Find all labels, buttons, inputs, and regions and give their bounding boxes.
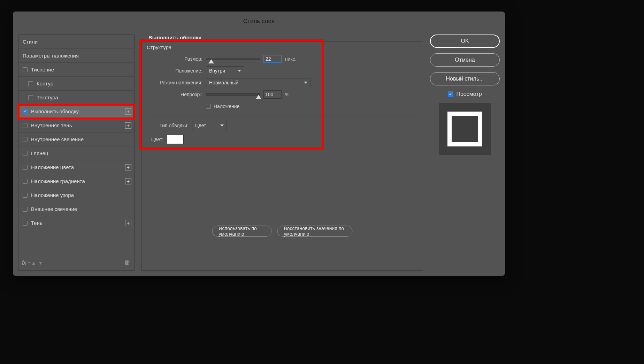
add-effect-icon[interactable]: + bbox=[125, 178, 131, 184]
fill-type-select[interactable]: Цвет bbox=[192, 121, 227, 130]
preview-thumbnail bbox=[439, 103, 491, 155]
sidebar-item-stroke[interactable]: ✓ Выполнить обводку + bbox=[18, 105, 134, 119]
main-column: Выполнить обводку Структура Размер: пикс… bbox=[141, 35, 423, 271]
size-label: Размер: bbox=[147, 56, 202, 62]
reset-default-label: Восстановить значения по умолчанию bbox=[284, 226, 346, 237]
fill-type-row: Тип обводки: Цвет bbox=[147, 120, 418, 131]
structure-fieldset: Структура Размер: пикс. Положение: Внутр… bbox=[142, 41, 423, 150]
checkbox-icon[interactable]: ✓ bbox=[23, 109, 28, 114]
add-effect-icon[interactable]: + bbox=[125, 164, 131, 170]
size-slider[interactable] bbox=[206, 58, 260, 60]
sidebar-item-label: Внутренняя тень bbox=[31, 122, 72, 128]
checkbox-icon[interactable] bbox=[23, 221, 28, 226]
sidebar-item-label: Выполнить обводку bbox=[31, 108, 79, 114]
sidebar-header-blend[interactable]: Параметры наложения bbox=[18, 49, 134, 63]
chevron-down-icon[interactable]: ▾ bbox=[28, 261, 30, 265]
opacity-row: Непрозр.: % bbox=[147, 89, 418, 100]
sidebar-item-texture[interactable]: Текстура bbox=[18, 91, 134, 105]
position-row: Положение: Внутри bbox=[147, 65, 418, 77]
checkbox-icon[interactable] bbox=[28, 95, 33, 100]
checkbox-icon[interactable] bbox=[28, 81, 33, 86]
overprint-checkbox-row[interactable]: Наложение bbox=[206, 104, 239, 109]
sidebar-item-label: Наложение узора bbox=[31, 192, 74, 198]
fx-menu-icon[interactable]: fx bbox=[22, 260, 26, 266]
reset-default-button[interactable]: Восстановить значения по умолчанию bbox=[277, 226, 352, 237]
color-row: Цвет: bbox=[147, 134, 418, 145]
sidebar-item-inner-shadow[interactable]: Внутренняя тень + bbox=[18, 119, 134, 132]
position-select[interactable]: Внутри bbox=[206, 66, 244, 75]
opacity-input[interactable] bbox=[263, 90, 282, 99]
sidebar-item-label: Тиснение bbox=[31, 67, 54, 73]
sidebar-item-label: Наложение градиента bbox=[31, 178, 85, 184]
checkbox-icon[interactable] bbox=[23, 151, 28, 156]
fill-type-label: Тип обводки: bbox=[147, 123, 189, 128]
sidebar-item-contour[interactable]: Контур bbox=[18, 77, 134, 91]
sidebar-item-label: Наложение цвета bbox=[31, 164, 74, 170]
checkbox-icon[interactable] bbox=[23, 123, 28, 128]
preview-label: Просмотр bbox=[456, 91, 482, 97]
preview-checkbox-row[interactable]: ✓ Просмотр bbox=[430, 91, 500, 97]
opacity-slider[interactable] bbox=[206, 93, 260, 96]
checkbox-icon[interactable] bbox=[23, 179, 28, 184]
new-style-label: Новый стиль... bbox=[446, 76, 484, 82]
checkbox-icon[interactable]: ✓ bbox=[448, 91, 453, 97]
structure-legend: Структура bbox=[147, 44, 418, 50]
blend-value: Нормальный bbox=[209, 80, 238, 85]
blend-row: Режим наложения: Нормальный bbox=[147, 77, 418, 89]
fill-type-value: Цвет bbox=[195, 123, 206, 128]
make-default-label: Использовать по умолчанию bbox=[219, 226, 265, 237]
add-effect-icon[interactable]: + bbox=[125, 122, 131, 129]
opacity-label: Непрозр.: bbox=[147, 92, 202, 97]
color-label: Цвет: bbox=[147, 137, 163, 142]
overprint-label: Наложение bbox=[214, 104, 239, 109]
sidebar-item-inner-glow[interactable]: Внутреннее свечение bbox=[18, 132, 134, 146]
blend-mode-select[interactable]: Нормальный bbox=[206, 78, 310, 87]
sidebar-item-label: Контур bbox=[37, 81, 53, 86]
sidebar-item-outer-glow[interactable]: Внешнее свечение bbox=[18, 202, 134, 216]
default-buttons: Использовать по умолчанию Восстановить з… bbox=[212, 226, 353, 237]
checkbox-icon[interactable] bbox=[23, 67, 28, 72]
checkbox-icon[interactable] bbox=[23, 165, 28, 170]
checkbox-icon[interactable] bbox=[23, 207, 28, 212]
new-style-button[interactable]: Новый стиль... bbox=[430, 72, 500, 85]
add-effect-icon[interactable]: + bbox=[125, 108, 131, 115]
make-default-button[interactable]: Использовать по умолчанию bbox=[212, 226, 272, 237]
move-up-icon[interactable]: ▲ bbox=[31, 260, 36, 266]
checkbox-icon[interactable] bbox=[206, 104, 211, 109]
chevron-down-icon bbox=[220, 124, 224, 127]
sidebar-item-bevel[interactable]: Тиснение bbox=[18, 63, 134, 77]
sidebar-item-gradient-overlay[interactable]: Наложение градиента + bbox=[18, 174, 134, 188]
sidebar-item-satin[interactable]: Глянец bbox=[18, 146, 134, 160]
slider-thumb-icon[interactable] bbox=[208, 59, 214, 63]
sidebar-header-blend-label: Параметры наложения bbox=[23, 53, 79, 59]
sidebar-footer: fx ▾ ▲ ▼ 🗑 bbox=[18, 255, 134, 270]
size-input[interactable] bbox=[263, 55, 282, 63]
add-effect-icon[interactable]: + bbox=[125, 220, 131, 226]
sidebar-header-styles[interactable]: Стили bbox=[18, 35, 134, 49]
right-column: OK Отмена Новый стиль... ✓ Просмотр bbox=[430, 35, 500, 271]
sidebar-item-pattern-overlay[interactable]: Наложение узора bbox=[18, 188, 134, 202]
ok-button[interactable]: OK bbox=[430, 35, 500, 48]
sidebar-item-label: Тень bbox=[31, 220, 43, 226]
checkbox-icon[interactable] bbox=[23, 193, 28, 198]
checkbox-icon[interactable] bbox=[23, 137, 28, 142]
opacity-unit: % bbox=[285, 92, 289, 97]
cancel-button[interactable]: Отмена bbox=[430, 53, 500, 67]
dialog-title: Стиль слоя bbox=[13, 12, 505, 31]
blend-label: Режим наложения: bbox=[147, 80, 202, 85]
move-down-icon[interactable]: ▼ bbox=[38, 260, 43, 266]
sidebar-item-color-overlay[interactable]: Наложение цвета + bbox=[18, 160, 134, 174]
styles-sidebar: Стили Параметры наложения Тиснение Конту… bbox=[18, 35, 135, 271]
sidebar-item-drop-shadow[interactable]: Тень + bbox=[18, 216, 134, 230]
slider-thumb-icon[interactable] bbox=[256, 95, 261, 99]
sidebar-item-label: Текстура bbox=[37, 94, 58, 100]
trash-icon[interactable]: 🗑 bbox=[124, 259, 131, 266]
ok-label: OK bbox=[461, 38, 469, 44]
color-swatch[interactable] bbox=[167, 135, 184, 144]
sidebar-header-styles-label: Стили bbox=[23, 39, 38, 45]
sidebar-item-label: Внешнее свечение bbox=[31, 206, 77, 212]
position-value: Внутри bbox=[209, 68, 225, 74]
cancel-label: Отмена bbox=[455, 57, 475, 63]
divider bbox=[147, 115, 418, 115]
panel-title: Выполнить обводку bbox=[141, 35, 423, 40]
